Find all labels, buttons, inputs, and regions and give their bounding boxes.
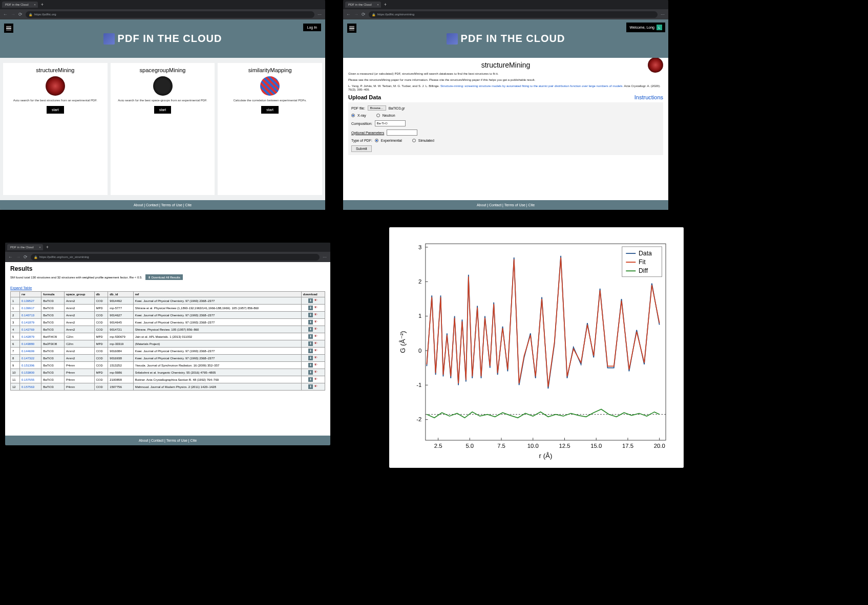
url-field[interactable]: 🔒https://pdfitc.org: [26, 11, 314, 18]
rw-link[interactable]: 0.157563: [20, 383, 41, 391]
view-icon[interactable]: 👁: [314, 384, 317, 388]
rw-link[interactable]: 0.140713: [20, 312, 41, 319]
rw-link[interactable]: 0.141879: [20, 319, 41, 326]
rw-link[interactable]: 0.142879: [20, 333, 41, 340]
view-icon[interactable]: 👁: [314, 327, 317, 331]
optional-params-link[interactable]: Optional Parameters: [351, 131, 384, 135]
menu-icon[interactable]: ⋯: [323, 255, 327, 260]
tab-strip: PDF in the Cloud× +: [5, 243, 330, 252]
rw-link[interactable]: 0.143880: [20, 340, 41, 348]
new-tab-button[interactable]: +: [46, 245, 49, 250]
radio-simulated[interactable]: [412, 139, 416, 142]
url-field[interactable]: 🔒https://pdfitc.org/com_str_strumining: [31, 254, 320, 261]
view-icon[interactable]: 👁: [314, 313, 317, 316]
svg-text:-2: -2: [416, 416, 421, 422]
footer[interactable]: About | Contact | Terms of Use | Cite: [5, 436, 330, 445]
download-icon[interactable]: ⬇: [308, 313, 313, 317]
col-header: [11, 292, 20, 297]
filename: BaTiO3.gr: [389, 106, 405, 110]
hamburger-icon[interactable]: [347, 24, 356, 33]
download-icon[interactable]: ⬇: [308, 363, 313, 368]
download-icon[interactable]: ⬇: [308, 327, 313, 332]
new-tab-button[interactable]: +: [384, 2, 387, 7]
close-icon[interactable]: ×: [377, 3, 379, 6]
col-header: space_group: [64, 292, 94, 297]
url-field[interactable]: 🔒https://pdfitc.org/strumining: [369, 11, 658, 18]
rw-link[interactable]: 0.139527: [20, 297, 41, 305]
table-row: 10.139917BaTiO3Amm2MPDmp-5777Shirane et …: [11, 305, 325, 312]
start-button[interactable]: start: [47, 106, 64, 114]
rw-link[interactable]: 0.153800: [20, 369, 41, 376]
submit-button[interactable]: Submit: [351, 145, 372, 152]
view-icon[interactable]: 👁: [314, 298, 317, 302]
view-icon[interactable]: 👁: [314, 341, 317, 345]
close-icon[interactable]: ×: [34, 3, 36, 6]
download-icon[interactable]: ⬇: [308, 298, 313, 303]
svg-text:r (Å): r (Å): [539, 452, 553, 460]
reload-icon[interactable]: ⟳: [18, 12, 23, 17]
optional-input[interactable]: [387, 129, 417, 136]
intro-text: Given a measured (or calculated) PDF, st…: [348, 72, 663, 76]
radio-xray[interactable]: [351, 114, 355, 117]
footer[interactable]: About | Contact | Terms of Use | Cite: [0, 200, 325, 210]
download-icon[interactable]: ⬇: [308, 384, 313, 389]
mining-window: PDF in the Cloud× + ← → ⟳ 🔒https://pdfit…: [343, 0, 668, 210]
rw-link[interactable]: 0.151396: [20, 362, 41, 369]
view-icon[interactable]: 👁: [314, 356, 317, 359]
download-icon[interactable]: ⬇: [308, 341, 313, 346]
view-icon[interactable]: 👁: [314, 377, 317, 381]
rw-link[interactable]: 0.144699: [20, 348, 41, 355]
rw-link[interactable]: 0.142769: [20, 326, 41, 333]
view-icon[interactable]: 👁: [314, 334, 317, 338]
col-header: db: [94, 292, 108, 297]
browse-button[interactable]: Browse…: [368, 105, 386, 111]
close-icon[interactable]: ×: [39, 246, 41, 249]
expand-table-link[interactable]: Expand Table: [10, 286, 32, 290]
browser-tab[interactable]: PDF in the Cloud×: [345, 2, 381, 8]
back-icon[interactable]: ←: [346, 12, 351, 17]
download-icon[interactable]: ⬇: [308, 370, 313, 375]
download-icon[interactable]: ⬇: [308, 334, 313, 339]
reload-icon[interactable]: ⟳: [24, 254, 28, 260]
download-icon[interactable]: ⬇: [308, 306, 313, 310]
rw-link[interactable]: 0.147322: [20, 355, 41, 362]
reload-icon[interactable]: ⟳: [362, 12, 366, 17]
download-all-button[interactable]: ⬇ Download All Results: [145, 274, 183, 280]
view-icon[interactable]: 👁: [314, 320, 317, 323]
composition-input[interactable]: [375, 120, 406, 126]
instructions-link[interactable]: Instructions: [634, 94, 663, 100]
download-icon[interactable]: ⬇: [308, 349, 313, 353]
svg-text:G (Å⁻²): G (Å⁻²): [399, 331, 407, 353]
welcome-badge[interactable]: Welcome, LongL: [626, 23, 665, 32]
browser-tab[interactable]: PDF in the Cloud×: [7, 244, 43, 250]
download-icon[interactable]: ⬇: [308, 356, 313, 360]
radio-experimental[interactable]: [375, 139, 378, 142]
citation-link[interactable]: Structure-mining: screening structure mo…: [440, 84, 623, 88]
view-icon[interactable]: 👁: [314, 306, 317, 309]
download-icon[interactable]: ⬇: [308, 377, 313, 382]
new-tab-button[interactable]: +: [41, 2, 44, 7]
table-row: 80.147322BaTiO3Amm2COD9016938Kwei. Journ…: [11, 355, 325, 362]
view-icon[interactable]: 👁: [314, 363, 317, 366]
col-header: db_id: [108, 292, 133, 297]
menu-icon[interactable]: ⋯: [317, 12, 322, 17]
radio-neutron[interactable]: [376, 114, 380, 117]
view-icon[interactable]: 👁: [314, 370, 317, 374]
rw-link[interactable]: 0.139917: [20, 305, 41, 312]
back-icon[interactable]: ←: [8, 254, 13, 260]
results-title: Results: [10, 265, 325, 272]
view-icon[interactable]: 👁: [314, 349, 317, 352]
page-body: PDF IN THE CLOUD Log In structureMining …: [0, 19, 325, 210]
login-button[interactable]: Log In: [303, 24, 321, 31]
download-icon[interactable]: ⬇: [308, 320, 313, 325]
site-title: PDF IN THE CLOUD: [103, 33, 222, 45]
start-button[interactable]: start: [261, 106, 279, 114]
upload-form: PDF file: Browse… BaTiO3.gr X-ray Neutro…: [348, 102, 663, 155]
menu-icon[interactable]: ⋯: [661, 12, 665, 17]
hamburger-icon[interactable]: [4, 24, 13, 33]
browser-tab[interactable]: PDF in the Cloud×: [2, 2, 38, 8]
start-button[interactable]: start: [154, 106, 172, 114]
back-icon[interactable]: ←: [3, 12, 8, 17]
rw-link[interactable]: 0.157555: [20, 376, 41, 383]
footer[interactable]: About | Contact | Terms of Use | Cite: [343, 200, 668, 210]
